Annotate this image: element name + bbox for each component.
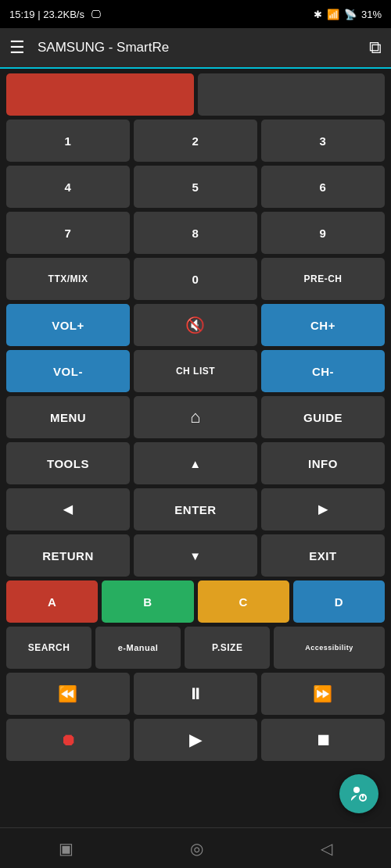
voldown-button[interactable]: VOL- [6, 350, 130, 392]
record-button[interactable]: ⏺ [6, 719, 130, 761]
ttxmix-button[interactable]: TTX/MIX [6, 258, 130, 300]
num4-button[interactable]: 4 [6, 166, 130, 208]
row-789: 7 8 9 [6, 212, 385, 254]
app-title: SAMSUNG - SmartRe [38, 40, 369, 55]
chup-button[interactable]: CH+ [261, 304, 385, 346]
status-kb: 23.2KB/s [43, 9, 84, 20]
bottom-navigation: ▣ ◎ ◁ [0, 827, 391, 868]
source-button[interactable] [198, 73, 386, 116]
row-vold-chlist-chd: VOL- CH LIST CH- [6, 350, 385, 392]
down-button[interactable]: ▼ [134, 534, 257, 577]
copy-icon[interactable]: ⧉ [369, 38, 382, 58]
guide-button[interactable]: GUIDE [261, 396, 385, 438]
info-button[interactable]: INFO [261, 442, 385, 484]
emanual-button[interactable]: e-Manual [95, 627, 181, 669]
num8-button[interactable]: 8 [134, 212, 257, 254]
fastforward-button[interactable]: ⏩ [261, 673, 385, 715]
psize-button[interactable]: P.SIZE [185, 627, 270, 669]
svg-point-3 [363, 798, 364, 799]
nav-square-icon[interactable]: ▣ [59, 839, 74, 858]
row-vol-mute-ch: VOL+ 🔇 CH+ [6, 304, 385, 346]
enter-button[interactable]: ENTER [134, 488, 257, 530]
num1-button[interactable]: 1 [6, 120, 130, 162]
row-tools-up-info: TOOLS ▲ INFO [6, 442, 385, 484]
battery-icon: 31% [361, 9, 382, 20]
row-ttx-0-prech: TTX/MIX 0 PRE-CH [6, 258, 385, 300]
power-button[interactable] [6, 73, 194, 116]
num2-button[interactable]: 2 [134, 120, 257, 162]
right-button[interactable]: ▶ [261, 488, 385, 530]
b-button[interactable]: B [102, 580, 193, 623]
a-button[interactable]: A [6, 580, 98, 623]
status-time-network: 15:19 | 23.2KB/s 🖵 [9, 9, 101, 20]
prech-button[interactable]: PRE-CH [261, 258, 385, 300]
wifi-icon: 📡 [344, 9, 357, 20]
left-button[interactable]: ◀ [6, 488, 130, 530]
return-button[interactable]: RETURN [6, 534, 130, 577]
row-left-enter-right: ◀ ENTER ▶ [6, 488, 385, 530]
tools-button[interactable]: TOOLS [6, 442, 130, 484]
stop-button[interactable]: ⏹ [261, 719, 385, 761]
svg-point-0 [353, 787, 360, 793]
row-abcd: A B C D [6, 580, 385, 623]
signal-icon: 📶 [327, 9, 339, 20]
chlist-button[interactable]: CH LIST [134, 350, 257, 392]
row-search-manual-psize-acc: SEARCH e-Manual P.SIZE Accessibility [6, 627, 385, 669]
num7-button[interactable]: 7 [6, 212, 130, 254]
screen-icon: 🖵 [91, 9, 101, 20]
num3-button[interactable]: 3 [261, 120, 385, 162]
num6-button[interactable]: 6 [261, 166, 385, 208]
row-return-down-exit: RETURN ▼ EXIT [6, 534, 385, 577]
rewind-button[interactable]: ⏪ [6, 673, 130, 715]
app-bar: ☰ SAMSUNG - SmartRe ⧉ [0, 28, 391, 69]
play-button[interactable]: ▶ [134, 719, 257, 761]
remote-control: 1 2 3 4 5 6 7 8 9 TTX/MIX 0 PRE-CH VOL+ … [0, 69, 391, 827]
num9-button[interactable]: 9 [261, 212, 385, 254]
status-icons: ✱ 📶 📡 31% [314, 9, 382, 20]
exit-button[interactable]: EXIT [261, 534, 385, 577]
pause-button[interactable]: ⏸ [134, 673, 257, 715]
row-record-play-stop: ⏺ ▶ ⏹ [6, 719, 385, 761]
search-button[interactable]: SEARCH [6, 627, 91, 669]
fab-button[interactable] [339, 774, 378, 813]
accessibility-button[interactable]: Accessibility [274, 627, 385, 669]
num0-button[interactable]: 0 [134, 258, 257, 300]
bluetooth-icon: ✱ [314, 9, 322, 20]
volup-button[interactable]: VOL+ [6, 304, 130, 346]
menu-icon[interactable]: ☰ [9, 38, 25, 58]
row-456: 4 5 6 [6, 166, 385, 208]
mute-button[interactable]: 🔇 [134, 304, 257, 346]
up-button[interactable]: ▲ [134, 442, 257, 484]
row-menu-home-guide: MENU ⌂ GUIDE [6, 396, 385, 438]
row-rewind-pause-ff: ⏪ ⏸ ⏩ [6, 673, 385, 715]
d-button[interactable]: D [293, 580, 385, 623]
row-power-source [6, 73, 385, 116]
row-123: 1 2 3 [6, 120, 385, 162]
status-time: 15:19 [9, 9, 35, 20]
nav-back-icon[interactable]: ◁ [321, 839, 332, 858]
num5-button[interactable]: 5 [134, 166, 257, 208]
menu-button[interactable]: MENU [6, 396, 130, 438]
chdown-button[interactable]: CH- [261, 350, 385, 392]
status-bar: 15:19 | 23.2KB/s 🖵 ✱ 📶 📡 31% [0, 0, 391, 28]
home-button[interactable]: ⌂ [134, 396, 257, 438]
nav-home-icon[interactable]: ◎ [190, 839, 203, 858]
c-button[interactable]: C [198, 580, 289, 623]
